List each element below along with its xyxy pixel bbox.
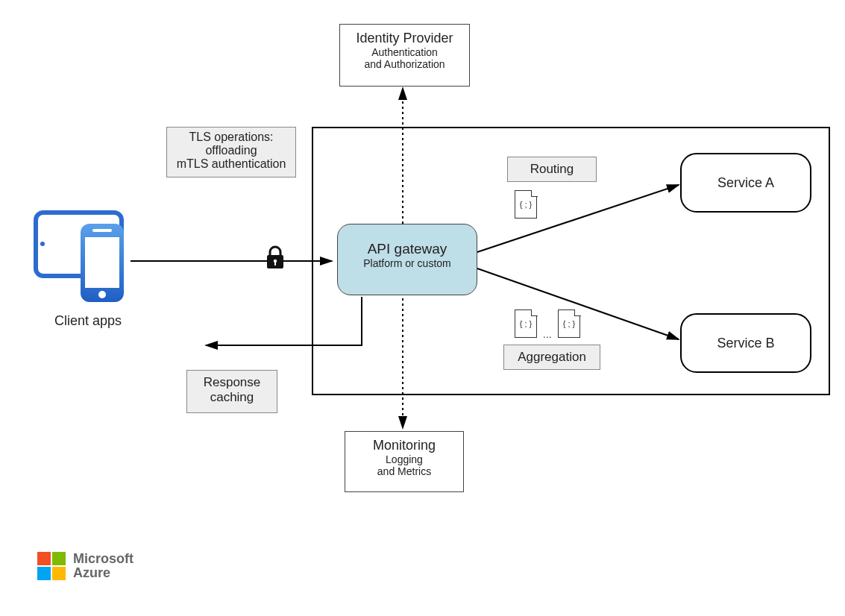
svg-point-1	[40, 242, 45, 246]
service-b-node: Service B	[680, 313, 811, 373]
response-caching-line2: caching	[187, 390, 277, 405]
svg-rect-0	[36, 213, 122, 276]
svg-rect-9	[274, 262, 276, 265]
gateway-subtitle: Platform or custom	[338, 257, 477, 269]
logo-line1: Microsoft	[73, 552, 133, 566]
file-icon-curly: { ; }	[515, 200, 536, 209]
gateway-title: API gateway	[338, 241, 477, 257]
client-apps-label: Client apps	[43, 313, 133, 329]
routing-label-box: Routing	[507, 157, 597, 182]
api-gateway-node: API gateway Platform or custom	[337, 224, 477, 295]
tls-line2: offloading	[167, 144, 295, 157]
file-icon-routing: { ; }	[515, 190, 537, 219]
aggregation-label-box: Aggregation	[503, 345, 600, 370]
monitoring-line2: and Metrics	[345, 465, 463, 477]
routing-label: Routing	[530, 162, 574, 176]
response-caching-line1: Response	[187, 375, 277, 390]
aggregation-label: Aggregation	[518, 350, 586, 364]
azure-logo: Microsoft Azure	[37, 552, 133, 580]
file-icon-curly-2: { ; }	[559, 319, 579, 328]
svg-rect-7	[267, 255, 283, 268]
svg-rect-4	[92, 229, 112, 232]
tls-operations-box: TLS operations: offloading mTLS authenti…	[166, 127, 296, 177]
svg-rect-2	[81, 224, 124, 302]
tls-line1: TLS operations:	[167, 131, 295, 144]
service-b-label: Service B	[717, 336, 774, 351]
file-icon-aggregation-2: { ; }	[558, 309, 580, 338]
service-a-label: Service A	[717, 175, 774, 191]
file-icon-aggregation-1: { ; }	[515, 309, 537, 338]
microsoft-logo-icon	[37, 552, 66, 580]
monitoring-box: Monitoring Logging and Metrics	[345, 431, 464, 492]
response-caching-box: Response caching	[186, 370, 277, 413]
identity-provider-title: Identity Provider	[340, 31, 469, 46]
identity-provider-line1: Authentication	[340, 46, 469, 58]
svg-point-8	[274, 260, 277, 263]
logo-line2: Azure	[73, 566, 133, 580]
identity-provider-box: Identity Provider Authentication and Aut…	[339, 24, 470, 87]
monitoring-line1: Logging	[345, 453, 463, 465]
svg-rect-3	[85, 237, 119, 288]
client-devices-icon	[36, 213, 124, 302]
aggregation-ellipsis: ...	[543, 328, 552, 340]
tls-line3: mTLS authentication	[167, 157, 295, 171]
lock-icon	[267, 247, 283, 268]
monitoring-title: Monitoring	[345, 438, 463, 453]
diagram-stage: Identity Provider Authentication and Aut…	[0, 0, 845, 616]
identity-provider-line2: and Authorization	[340, 58, 469, 70]
file-icon-curly-1: { ; }	[515, 319, 536, 328]
svg-point-5	[98, 291, 106, 298]
service-a-node: Service A	[680, 153, 811, 213]
